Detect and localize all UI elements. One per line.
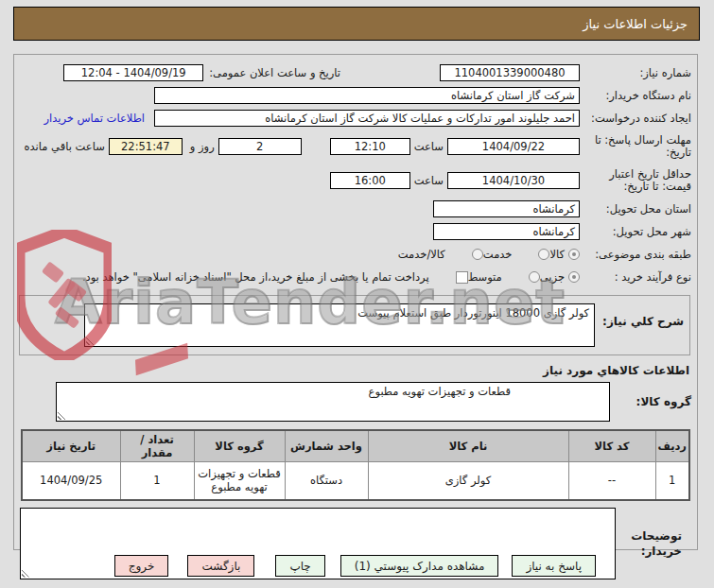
radio-goods-service-label: کالا/خدمت [398, 248, 445, 261]
goods-group-textarea[interactable]: قطعات و تجهیزات تهویه مطبوع [56, 382, 610, 422]
goods-table: ردیف کد کالا نام کالا واحد شمارش گروه کا… [21, 429, 690, 501]
validity-time-field[interactable]: 16:00 [330, 172, 410, 189]
classification-label: طبقه بندی موضوعی: [580, 249, 691, 261]
page-title: جزئیات اطلاعات نیاز [13, 7, 700, 41]
print-button[interactable]: چاپ [275, 555, 324, 577]
need-number-label: شماره نیاز: [580, 67, 691, 79]
validity-date-field[interactable]: 1404/10/30 [447, 172, 580, 189]
treasury-checkbox[interactable] [456, 271, 468, 284]
validity-hour-label: ساعت [414, 174, 444, 187]
countdown-timer: 22:51:47 [109, 138, 183, 155]
validity-label: حداقل تاریخ اعتبار قیمت: تا تاریخ: [580, 168, 691, 193]
row-process-type: نوع فرآیند خرید : جزیی متوسط پرداخت تمام… [18, 268, 691, 285]
city-field[interactable]: کرمانشاه [433, 223, 580, 240]
radio-goods[interactable] [568, 249, 580, 260]
goods-table-header-row: ردیف کد کالا نام کالا واحد شمارش گروه کا… [22, 430, 689, 462]
cell-item-group: قطعات و تجهیزات تهویه مطبوع [194, 462, 285, 500]
need-details-panel: شماره نیاز: 1104001339000480 تاریخ و ساع… [13, 54, 698, 550]
announce-datetime-label: تاریخ و ساعت اعلان عمومی: [209, 66, 340, 79]
cell-row-number: 1 [655, 462, 689, 500]
row-goods-group: گروه کالا: قطعات و تجهیزات تهویه مطبوع [18, 382, 691, 422]
col-item-group: گروه کالا [194, 430, 285, 462]
row-buyer-name: نام دستگاه خریدار: شرکت گاز استان کرمانش… [18, 87, 691, 104]
buyer-name-label: نام دستگاه خریدار: [580, 90, 691, 102]
radio-goods-service[interactable] [472, 249, 483, 260]
table-row: 1 -- کولر گازی دستگاه قطعات و تجهیزات ته… [22, 462, 689, 500]
need-description-label: شرح کلي نیاز: [602, 315, 684, 328]
need-description-box: شرح کلي نیاز: کولر گازی 18000 اینورتوردا… [19, 295, 690, 355]
buyer-name-field[interactable]: شرکت گاز استان کرمانشاه [154, 87, 580, 104]
row-city: شهر محل تحویل: کرمانشاه [18, 223, 691, 240]
buyer-contact-link[interactable]: اطلاعات تماس خریدار [44, 112, 145, 125]
need-description-textarea[interactable]: کولر گازی 18000 اینورتوردار طبق استعلام … [84, 303, 595, 347]
view-attachments-button[interactable]: مشاهده مدارک پیوستي (1) [340, 555, 499, 577]
resize-grip[interactable] [58, 411, 66, 420]
row-province: استان محل تحویل: کرمانشاه [18, 200, 691, 217]
deadline-date-field[interactable]: 1404/09/22 [447, 138, 580, 155]
deadline-label: مهلت ارسال پاسخ: تا تاریخ: [580, 134, 691, 159]
action-buttons-bar: پاسخ به نیاز مشاهده مدارک پیوستي (1) چاپ… [13, 555, 701, 577]
col-unit: واحد شمارش [285, 430, 368, 462]
row-price-validity: حداقل تاریخ اعتبار قیمت: تا تاریخ: 1404/… [18, 166, 691, 195]
process-type-label: نوع فرآیند خرید : [580, 271, 691, 284]
radio-partial-label: جزیی [540, 270, 565, 284]
hours-remaining-label: ساعت باقي مانده [25, 140, 105, 153]
exit-button[interactable]: خروج [114, 555, 169, 577]
row-creator: ایجاد کننده درخواست: احمد جلیلوند امور ت… [18, 110, 691, 127]
deadline-hour-label: ساعت [414, 140, 444, 153]
back-button[interactable]: بازگشت [187, 555, 254, 577]
goods-group-label: گروه کالا: [610, 396, 691, 408]
cell-quantity: 1 [120, 462, 194, 500]
row-response-deadline: مهلت ارسال پاسخ: تا تاریخ: 1404/09/22 سا… [18, 132, 691, 161]
radio-partial[interactable] [568, 271, 580, 283]
need-number-field[interactable]: 1104001339000480 [440, 64, 580, 81]
announce-datetime-field[interactable]: 1404/09/19 - 12:04 [63, 64, 203, 81]
cell-item-name: کولر گازی [368, 462, 568, 500]
radio-goods-label: کالا [549, 248, 565, 261]
row-classification: طبقه بندی موضوعی: کالا خدمت کالا/خدمت [18, 246, 691, 263]
creator-field[interactable]: احمد جلیلوند امور تدارکات و عملیات کالا … [154, 110, 580, 127]
goods-info-heading: اطلاعات کالاهاي مورد نیاز [18, 364, 689, 377]
province-field[interactable]: کرمانشاه [433, 200, 580, 217]
cell-need-date: 1404/09/25 [22, 462, 120, 500]
need-description-value: کولر گازی 18000 اینورتوردار طبق استعلام … [357, 306, 589, 320]
deadline-time-field[interactable]: 12:10 [330, 138, 410, 155]
radio-medium[interactable] [529, 271, 540, 283]
col-item-name: نام کالا [368, 430, 568, 462]
goods-group-value: قطعات و تجهیزات تهویه مطبوع [369, 385, 511, 398]
remaining-days-field[interactable]: 2 [218, 138, 302, 155]
row-need-number: شماره نیاز: 1104001339000480 تاریخ و ساع… [18, 64, 691, 81]
page-title-text: جزئیات اطلاعات نیاز [583, 17, 688, 31]
days-and-label: روز و [190, 140, 215, 153]
respond-button[interactable]: پاسخ به نیاز [512, 555, 596, 577]
buyer-notes-label: توضیحات خریدار: [616, 528, 691, 559]
resize-grip[interactable] [86, 337, 95, 345]
col-need-date: تاریخ نیاز [22, 430, 120, 462]
radio-medium-label: متوسط [468, 270, 502, 284]
col-row-number: ردیف [655, 430, 689, 462]
treasury-checkbox-label: پرداخت تمام یا بخشی از مبلغ خرید،از محل … [82, 271, 429, 284]
col-item-code: کد کالا [568, 430, 655, 462]
province-label: استان محل تحویل: [580, 203, 691, 216]
cell-item-code: -- [568, 462, 655, 500]
city-label: شهر محل تحویل: [580, 226, 691, 238]
radio-service-label: خدمت [483, 248, 513, 261]
radio-service[interactable] [538, 249, 549, 260]
creator-label: ایجاد کننده درخواست: [580, 112, 691, 125]
col-quantity: تعداد / مقدار [120, 430, 194, 462]
cell-unit: دستگاه [285, 462, 368, 500]
